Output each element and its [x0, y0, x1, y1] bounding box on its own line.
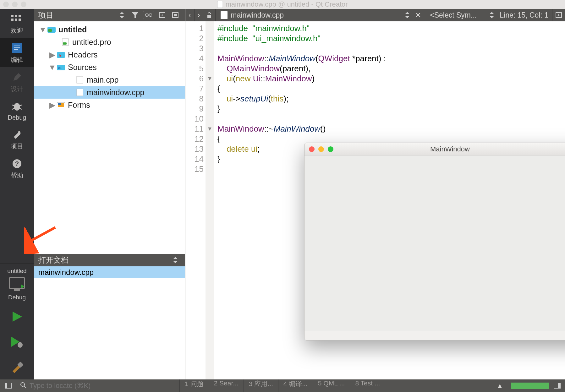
mode-project[interactable]: 项目: [0, 124, 34, 154]
svg-rect-0: [11, 15, 14, 17]
cpp-file-icon: [75, 89, 84, 96]
symbol-selector[interactable]: <Select Sym...: [425, 11, 488, 19]
chevron-down-icon[interactable]: ▼: [49, 63, 55, 72]
svg-marker-48: [405, 16, 409, 18]
line-col-indicator[interactable]: Line: 15, Col: 1: [496, 11, 552, 19]
output-pane-tab[interactable]: 3 应用...: [244, 379, 278, 392]
nav-back-button[interactable]: ‹: [185, 9, 195, 21]
output-pane-tab[interactable]: 1 问题: [179, 379, 209, 392]
chevron-down-icon[interactable]: ▼: [40, 25, 46, 34]
svg-marker-50: [490, 16, 494, 18]
tree-mainwindow-cpp-label: mainwindow.cpp: [87, 88, 144, 97]
running-app-window[interactable]: MainWindow: [304, 143, 565, 340]
tree-root-label: untitled: [58, 25, 87, 34]
build-button[interactable]: [0, 354, 34, 379]
project-panel-header: 项目: [34, 9, 185, 21]
mode-sidebar: 欢迎 编辑 设计 Debug 项目 ?: [0, 9, 34, 379]
open-doc-item[interactable]: mainwindow.cpp: [34, 266, 185, 278]
svg-text:?: ?: [15, 160, 19, 167]
locator-input[interactable]: [30, 382, 176, 390]
output-up-icon[interactable]: ▲: [492, 379, 507, 392]
add-split-icon[interactable]: [157, 11, 167, 19]
mode-edit-label: 编辑: [11, 56, 23, 64]
svg-marker-23: [132, 12, 138, 18]
kit-config-label: Debug: [8, 294, 26, 301]
svg-point-19: [18, 342, 23, 348]
kit-selector[interactable]: untitled Debug: [0, 264, 34, 304]
nav-forward-button[interactable]: ›: [195, 9, 204, 21]
link-icon[interactable]: [143, 11, 154, 19]
document-lines-icon: [10, 42, 24, 54]
overlay-titlebar[interactable]: MainWindow: [304, 143, 565, 155]
mode-debug[interactable]: Debug: [0, 96, 34, 124]
pencil-icon: [10, 72, 24, 83]
chevron-right-icon[interactable]: ▶: [49, 50, 55, 59]
tree-root[interactable]: ▼ untitled: [34, 23, 185, 36]
open-docs-header: 打开文档: [34, 254, 185, 266]
mode-project-label: 项目: [11, 142, 23, 150]
zoom-dot[interactable]: [21, 2, 26, 7]
tree-main-cpp[interactable]: main.cpp: [34, 74, 185, 86]
output-pane-tab[interactable]: 8 Test ...: [350, 379, 385, 392]
overlay-title-text: MainWindow: [430, 145, 470, 153]
mode-debug-label: Debug: [8, 114, 26, 121]
add-split-icon[interactable]: [552, 9, 565, 21]
toggle-sidebar-icon[interactable]: [0, 379, 16, 392]
zoom-icon[interactable]: [328, 146, 333, 152]
open-doc-label: mainwindow.cpp: [38, 268, 94, 277]
mode-welcome[interactable]: 欢迎: [0, 9, 34, 38]
fold-gutter[interactable]: ▼▼: [206, 21, 214, 379]
toggle-right-sidebar-icon[interactable]: [549, 379, 565, 392]
tree-forms-label: Forms: [68, 101, 90, 110]
updown-icon[interactable]: [488, 12, 496, 18]
svg-marker-49: [490, 12, 494, 14]
svg-rect-61: [558, 383, 561, 389]
updown-icon[interactable]: [170, 256, 181, 264]
output-pane-tab[interactable]: 5 QML ...: [313, 379, 350, 392]
minimize-dot[interactable]: [12, 2, 18, 7]
search-icon: [20, 382, 26, 390]
project-tree[interactable]: ▼ untitled untitled.pro ▶ h Headers ▼ c+…: [34, 21, 185, 254]
svg-line-14: [19, 108, 22, 109]
svg-text:h: h: [59, 53, 61, 57]
overlay-statusbar: [304, 331, 565, 340]
mode-edit[interactable]: 编辑: [0, 38, 34, 67]
run-button[interactable]: [0, 304, 34, 329]
collapse-split-icon[interactable]: [170, 11, 181, 19]
close-icon[interactable]: [309, 146, 315, 152]
open-docs-list: mainwindow.cpp: [34, 266, 185, 379]
tree-sources-label: Sources: [68, 63, 97, 72]
svg-marker-21: [120, 12, 124, 14]
output-pane-tab[interactable]: 2 Sear...: [209, 379, 244, 392]
tree-headers[interactable]: ▶ h Headers: [34, 48, 185, 61]
qt-folder-icon: [47, 26, 56, 33]
svg-rect-5: [19, 19, 21, 21]
close-editor-button[interactable]: ✕: [411, 11, 425, 19]
sources-folder-icon: c+: [57, 63, 65, 71]
build-progress: [511, 383, 549, 389]
editor-file-selector[interactable]: mainwindow.cpp: [216, 11, 289, 19]
minimize-icon[interactable]: [318, 146, 324, 152]
tree-pro-label: untitled.pro: [72, 38, 111, 47]
output-pane-tab[interactable]: 4 编译...: [278, 379, 313, 392]
tree-sources[interactable]: ▼ c+ Sources: [34, 61, 185, 74]
document-icon: [221, 11, 228, 19]
tree-forms[interactable]: ▶ Forms: [34, 99, 185, 111]
svg-rect-3: [11, 19, 14, 21]
traffic-lights-disabled: [3, 2, 26, 7]
line-col-text: Line: 15, Col: 1: [500, 11, 548, 19]
filter-icon[interactable]: [130, 11, 140, 19]
locator[interactable]: [16, 382, 179, 390]
run-debug-button[interactable]: [0, 329, 34, 354]
lock-icon[interactable]: [203, 9, 216, 21]
tree-pro-file[interactable]: untitled.pro: [34, 36, 185, 48]
chevron-right-icon[interactable]: ▶: [49, 101, 55, 110]
tree-mainwindow-cpp[interactable]: mainwindow.cpp: [34, 86, 185, 99]
svg-rect-46: [207, 15, 211, 18]
window-titlebar: mainwindow.cpp @ untitled - Qt Creator: [0, 0, 565, 9]
close-dot[interactable]: [3, 2, 9, 7]
updown-icon[interactable]: [117, 11, 127, 19]
mode-help[interactable]: ? 帮助: [0, 154, 34, 183]
mode-design[interactable]: 设计: [0, 67, 34, 96]
updown-icon[interactable]: [403, 12, 411, 18]
